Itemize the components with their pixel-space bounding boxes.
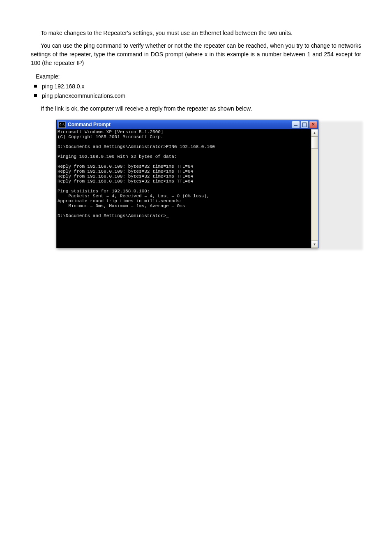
scroll-down-button[interactable]: ▼ bbox=[311, 240, 318, 248]
titlebar: C:\ Command Prompt ✕ bbox=[57, 120, 318, 129]
para1-text-before: To make changes to the Repeater bbox=[41, 30, 127, 36]
document-page: To make changes to the Repeater's settin… bbox=[0, 0, 392, 543]
scroll-up-button[interactable]: ▲ bbox=[311, 129, 318, 136]
scroll-track[interactable] bbox=[311, 136, 318, 240]
bullet-1-text: ping 192.168.0.x bbox=[42, 82, 85, 91]
list-item: ping 192.168.0.x bbox=[31, 82, 361, 91]
bullet-square-icon bbox=[34, 94, 37, 97]
terminal-body: Microsoft Windows XP [Version 5.1.2600] … bbox=[57, 129, 318, 248]
paragraph-2: You can use the ping command to verify w… bbox=[31, 42, 361, 67]
maximize-button[interactable] bbox=[300, 121, 309, 128]
command-prompt-window: C:\ Command Prompt ✕ Microsoft Windows X… bbox=[56, 120, 318, 248]
scrollbar[interactable]: ▲ ▼ bbox=[311, 129, 318, 248]
close-button[interactable]: ✕ bbox=[309, 121, 317, 128]
bullet-2-text: ping planexcommunications.com bbox=[42, 92, 125, 100]
bullet-square-icon bbox=[34, 85, 37, 88]
bullet-list: ping 192.168.0.x ping planexcommunicatio… bbox=[31, 82, 361, 100]
window-title: Command Prompt bbox=[68, 122, 111, 127]
list-item: ping planexcommunications.com bbox=[31, 92, 361, 100]
minimize-button[interactable] bbox=[292, 121, 300, 128]
scroll-thumb[interactable] bbox=[311, 136, 318, 149]
terminal-output: Microsoft Windows XP [Version 5.1.2600] … bbox=[57, 129, 311, 248]
example-label: Example: bbox=[36, 73, 361, 80]
paragraph-3: If the link is ok, the computer will rec… bbox=[31, 104, 361, 113]
paragraph-1: To make changes to the Repeater's settin… bbox=[31, 29, 361, 37]
para1-apostrophe: 's bbox=[127, 30, 131, 36]
command-prompt-screenshot: C:\ Command Prompt ✕ Microsoft Windows X… bbox=[56, 120, 361, 248]
para1-text-after: settings, you must use an Ethernet lead … bbox=[131, 30, 293, 36]
cmd-icon: C:\ bbox=[58, 121, 66, 128]
